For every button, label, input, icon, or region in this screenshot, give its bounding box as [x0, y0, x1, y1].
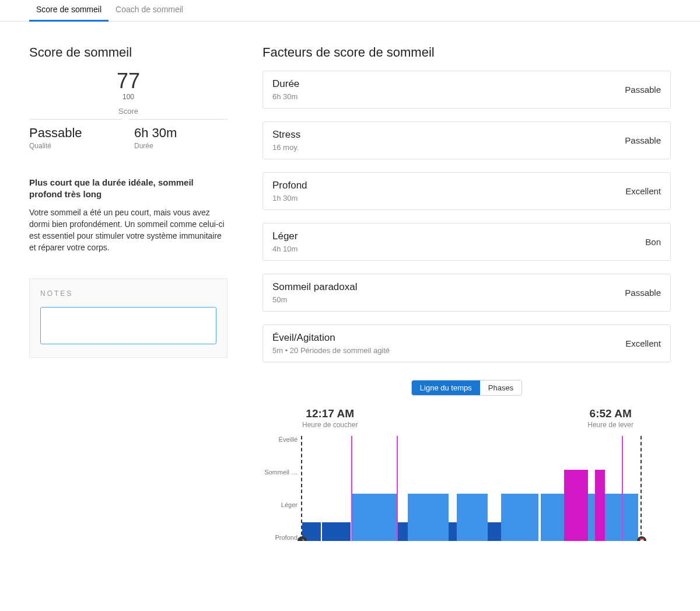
score-block: 77 100 Score [29, 71, 228, 116]
factor-rating: Passable [625, 288, 661, 298]
factor-sub: 5m • 20 Périodes de sommeil agité [272, 346, 390, 355]
factor-sub: 1h 30m [272, 194, 307, 202]
duration-value: 6h 30m [134, 125, 228, 141]
factor-title: Sommeil paradoxal [272, 281, 358, 293]
factor-card[interactable]: Sommeil paradoxal50mPassable [262, 274, 671, 312]
notes-panel: NOTES [29, 278, 228, 358]
quality-label: Qualité [29, 142, 123, 150]
sleep-segment-rem [564, 470, 588, 541]
score-max: 100 [29, 93, 228, 101]
factors-list: Durée6h 30mPassableStress16 moy.Passable… [262, 71, 671, 362]
ylabel-awake: Éveillé [279, 436, 298, 443]
factor-rating: Excellent [625, 338, 661, 348]
sleep-segment-deep [488, 522, 501, 541]
ylabel-light: Léger [281, 501, 298, 508]
factor-card[interactable]: Profond1h 30mExcellent [262, 172, 671, 210]
factor-rating: Passable [625, 135, 661, 145]
sleep-segment-light [623, 494, 638, 541]
factor-sub: 4h 10m [272, 245, 298, 253]
view-toggle: Ligne du temps Phases [411, 380, 522, 396]
factor-title: Profond [272, 180, 307, 191]
sleep-segment-deep [322, 522, 351, 541]
sleep-segment-deep [449, 522, 457, 541]
sleep-segment-light [541, 494, 565, 541]
waketime-label: Heure de lever [587, 421, 634, 429]
tab-sleep-score[interactable]: Score de sommeil [29, 0, 108, 22]
tab-sleep-coach[interactable]: Coach de sommeil [108, 0, 190, 21]
sleep-segment-deep [398, 522, 408, 541]
toggle-phases[interactable]: Phases [480, 380, 522, 395]
factor-title: Léger [272, 231, 298, 242]
left-title: Score de sommeil [29, 45, 228, 60]
factor-card[interactable]: Éveil/Agitation5m • 20 Périodes de somme… [262, 324, 671, 362]
factor-card[interactable]: Stress16 moy.Passable [262, 121, 671, 159]
factor-title: Durée [272, 78, 299, 90]
waketime-marker-icon: ⏰ [637, 536, 646, 541]
factor-sub: 16 moy. [272, 143, 300, 152]
factor-card[interactable]: Durée6h 30mPassable [262, 71, 671, 109]
ylabel-rem: Sommeil … [264, 469, 298, 476]
quality-value: Passable [29, 125, 123, 141]
sleep-segment-light [501, 494, 538, 541]
sleep-timeline-chart: ☽ ⏰ [301, 436, 642, 541]
sleep-segment-rem [595, 470, 605, 541]
sleep-segment-light [457, 494, 487, 541]
factor-title: Éveil/Agitation [272, 332, 390, 344]
score-value: 77 [29, 71, 228, 92]
chart-y-labels: Éveillé Sommeil … Léger Profond [262, 436, 301, 541]
factor-rating: Bon [645, 237, 661, 247]
factor-rating: Excellent [625, 186, 661, 196]
score-label: Score [29, 107, 228, 116]
factor-title: Stress [272, 129, 300, 141]
factors-title: Facteurs de score de sommeil [262, 45, 671, 60]
factor-rating: Passable [625, 85, 661, 95]
bedtime-value: 12:17 AM [302, 407, 358, 420]
tabs: Score de sommeil Coach de sommeil [0, 0, 700, 22]
bedtime-label: Heure de coucher [302, 421, 358, 429]
factor-sub: 6h 30m [272, 92, 299, 101]
sleep-segment-light [408, 494, 449, 541]
summary-body: Votre sommeil a été un peu court, mais v… [29, 207, 228, 254]
factor-card[interactable]: Léger4h 10mBon [262, 223, 671, 261]
summary-headline: Plus court que la durée idéale, sommeil … [29, 177, 228, 201]
notes-label: NOTES [40, 289, 216, 298]
sleep-segment-light [605, 494, 622, 541]
ylabel-deep: Profond [275, 534, 298, 541]
sleep-segment-light [588, 494, 595, 541]
toggle-timeline[interactable]: Ligne du temps [412, 380, 480, 395]
duration-label: Durée [134, 142, 228, 150]
waketime-value: 6:52 AM [587, 407, 634, 420]
factor-sub: 50m [272, 295, 358, 304]
notes-input[interactable] [40, 307, 216, 344]
sleep-segment-light [352, 494, 397, 541]
